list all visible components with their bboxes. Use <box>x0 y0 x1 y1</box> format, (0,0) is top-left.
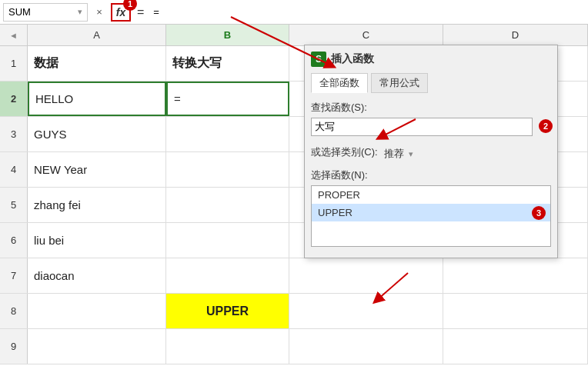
cell-5b[interactable] <box>166 188 289 222</box>
panel-title: 插入函数 <box>331 52 374 66</box>
cell-9a[interactable] <box>28 329 166 364</box>
func-item-proper[interactable]: PROPER <box>312 186 550 204</box>
func-item-upper[interactable]: UPPER 3 <box>312 204 550 221</box>
cell-1a[interactable]: 数据 <box>28 46 166 81</box>
cell-6a[interactable]: liu bei <box>28 223 166 258</box>
cell-5a[interactable]: zhang fei <box>28 188 166 222</box>
cancel-button[interactable]: × <box>91 4 108 21</box>
col-headers: ◄ A B C D <box>0 25 588 46</box>
cell-7b[interactable] <box>166 258 289 293</box>
cell-2a[interactable]: HELLO <box>28 82 166 116</box>
row-num-3: 3 <box>0 117 28 151</box>
cell-4a[interactable]: NEW Year <box>28 152 166 187</box>
panel-icon: S <box>311 52 326 67</box>
tab-all-functions[interactable]: 全部函数 <box>311 73 368 93</box>
badge-3: 3 <box>532 206 546 220</box>
col-header-a[interactable]: A <box>28 25 166 45</box>
func-name-upper: UPPER <box>318 207 352 218</box>
table-row: 7 diaocan <box>0 258 588 294</box>
table-row: 9 <box>0 329 588 364</box>
row-num-5: 5 <box>0 188 28 222</box>
corner-icon: ◄ <box>9 31 18 40</box>
cell-4b[interactable] <box>166 152 289 187</box>
cell-9c[interactable] <box>289 329 443 364</box>
tab-common-formulas[interactable]: 常用公式 <box>371 73 428 93</box>
func-name-proper: PROPER <box>318 189 360 201</box>
cell-7c[interactable] <box>289 258 443 293</box>
cell-8c[interactable] <box>289 294 443 328</box>
table-row: 8 UPPER <box>0 294 588 329</box>
cell-9d[interactable] <box>443 329 588 364</box>
row-num-1: 1 <box>0 46 28 81</box>
cell-7d[interactable] <box>443 258 588 293</box>
category-value: 推荐 <box>384 147 404 161</box>
row-num-8: 8 <box>0 294 28 328</box>
row-num-9: 9 <box>0 329 28 364</box>
func-list-label: 选择函数(N): <box>311 168 551 182</box>
col-header-b[interactable]: B <box>166 25 289 45</box>
row-num-7: 7 <box>0 258 28 293</box>
function-list: PROPER UPPER 3 <box>311 185 551 247</box>
insert-function-panel: S 插入函数 全部函数 常用公式 查找函数(S): 2 或选择类别(C): 推荐… <box>304 45 558 258</box>
cell-2b[interactable]: = <box>166 82 289 116</box>
formula-bar: SUM ▾ × fx 1 = <box>0 0 588 25</box>
panel-header: S 插入函数 <box>311 52 551 67</box>
col-header-d[interactable]: D <box>443 25 588 45</box>
row-num-2: 2 <box>0 82 28 116</box>
row-num-6: 6 <box>0 223 28 258</box>
col-header-c[interactable]: C <box>289 25 443 45</box>
formula-input[interactable] <box>150 3 585 22</box>
cell-3a[interactable]: GUYS <box>28 117 166 151</box>
name-box[interactable]: SUM ▾ <box>3 3 88 22</box>
row-header-spacer: ◄ <box>0 25 28 45</box>
row-num-4: 4 <box>0 152 28 187</box>
category-label: 或选择类别(C): <box>311 145 378 159</box>
cell-6b[interactable] <box>166 223 289 258</box>
category-dropdown-icon[interactable]: ▾ <box>409 149 413 159</box>
cell-1b[interactable]: 转换大写 <box>166 46 289 81</box>
panel-tabs: 全部函数 常用公式 <box>311 73 551 93</box>
search-label: 查找函数(S): <box>311 101 551 115</box>
cell-9b[interactable] <box>166 329 289 364</box>
cell-8b[interactable]: UPPER <box>166 294 289 328</box>
name-box-value: SUM <box>8 6 31 18</box>
cell-8a[interactable] <box>28 294 166 328</box>
cell-8d[interactable] <box>443 294 588 328</box>
badge-2: 2 <box>539 119 553 133</box>
cell-3b[interactable] <box>166 117 289 151</box>
search-input[interactable] <box>311 118 533 136</box>
cell-7a[interactable]: diaocan <box>28 258 166 293</box>
search-row: 查找函数(S): 2 <box>311 101 551 142</box>
fx-button[interactable]: fx 1 <box>111 3 131 22</box>
category-row: 或选择类别(C): 推荐 ▾ <box>311 145 551 162</box>
